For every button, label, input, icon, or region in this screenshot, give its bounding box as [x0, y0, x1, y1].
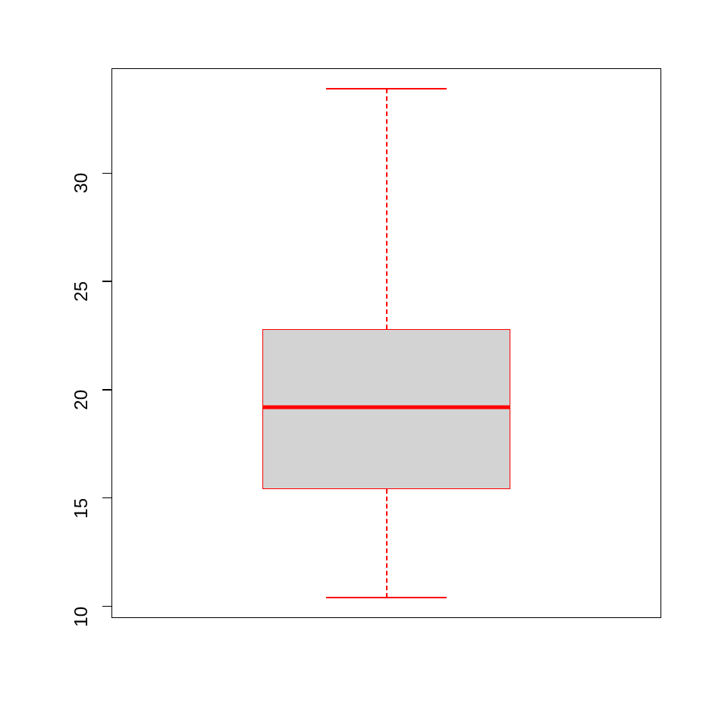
y-axis-tick — [102, 497, 111, 499]
y-axis-label: 15 — [71, 498, 92, 579]
y-axis-tick — [102, 173, 111, 174]
y-axis-tick — [102, 606, 111, 607]
whisker-lower — [386, 489, 388, 598]
y-axis-tick — [102, 281, 111, 282]
y-axis-label: 20 — [71, 390, 92, 471]
iqr-box — [262, 329, 510, 489]
whisker-cap-upper — [326, 88, 447, 89]
y-axis-label: 30 — [71, 173, 92, 254]
whisker-cap-lower — [326, 597, 447, 598]
y-axis-label: 25 — [71, 281, 92, 362]
y-axis-tick — [102, 389, 111, 391]
y-axis-label: 10 — [71, 607, 92, 688]
chart-canvas: 1015202530 — [0, 0, 728, 728]
whisker-upper — [386, 89, 388, 329]
median-line — [262, 405, 510, 409]
